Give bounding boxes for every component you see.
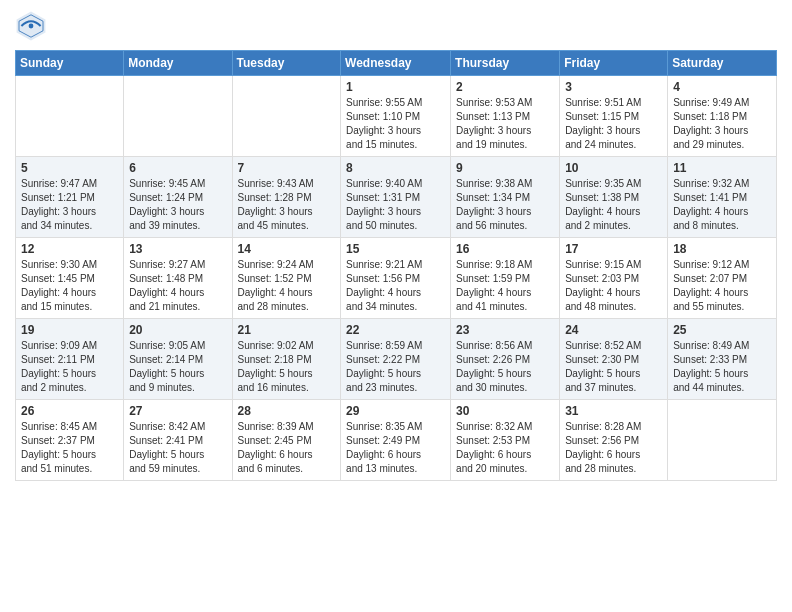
day-number: 13 (129, 242, 226, 256)
day-cell: 30Sunrise: 8:32 AM Sunset: 2:53 PM Dayli… (451, 400, 560, 481)
day-cell: 1Sunrise: 9:55 AM Sunset: 1:10 PM Daylig… (341, 76, 451, 157)
svg-point-2 (29, 24, 34, 29)
day-number: 16 (456, 242, 554, 256)
header-wednesday: Wednesday (341, 51, 451, 76)
day-cell: 26Sunrise: 8:45 AM Sunset: 2:37 PM Dayli… (16, 400, 124, 481)
header-sunday: Sunday (16, 51, 124, 76)
day-info: Sunrise: 8:49 AM Sunset: 2:33 PM Dayligh… (673, 339, 771, 395)
header (15, 10, 777, 42)
day-info: Sunrise: 9:38 AM Sunset: 1:34 PM Dayligh… (456, 177, 554, 233)
day-cell: 2Sunrise: 9:53 AM Sunset: 1:13 PM Daylig… (451, 76, 560, 157)
day-cell: 6Sunrise: 9:45 AM Sunset: 1:24 PM Daylig… (124, 157, 232, 238)
day-info: Sunrise: 9:53 AM Sunset: 1:13 PM Dayligh… (456, 96, 554, 152)
day-number: 3 (565, 80, 662, 94)
day-number: 28 (238, 404, 336, 418)
day-cell: 4Sunrise: 9:49 AM Sunset: 1:18 PM Daylig… (668, 76, 777, 157)
day-info: Sunrise: 9:30 AM Sunset: 1:45 PM Dayligh… (21, 258, 118, 314)
day-info: Sunrise: 9:43 AM Sunset: 1:28 PM Dayligh… (238, 177, 336, 233)
day-cell (668, 400, 777, 481)
day-number: 23 (456, 323, 554, 337)
day-number: 19 (21, 323, 118, 337)
day-number: 12 (21, 242, 118, 256)
day-number: 6 (129, 161, 226, 175)
day-number: 15 (346, 242, 445, 256)
day-cell: 19Sunrise: 9:09 AM Sunset: 2:11 PM Dayli… (16, 319, 124, 400)
day-cell: 29Sunrise: 8:35 AM Sunset: 2:49 PM Dayli… (341, 400, 451, 481)
day-cell: 22Sunrise: 8:59 AM Sunset: 2:22 PM Dayli… (341, 319, 451, 400)
day-number: 17 (565, 242, 662, 256)
day-cell: 31Sunrise: 8:28 AM Sunset: 2:56 PM Dayli… (560, 400, 668, 481)
day-info: Sunrise: 9:21 AM Sunset: 1:56 PM Dayligh… (346, 258, 445, 314)
day-number: 1 (346, 80, 445, 94)
day-cell: 24Sunrise: 8:52 AM Sunset: 2:30 PM Dayli… (560, 319, 668, 400)
day-number: 8 (346, 161, 445, 175)
week-row-3: 12Sunrise: 9:30 AM Sunset: 1:45 PM Dayli… (16, 238, 777, 319)
day-number: 27 (129, 404, 226, 418)
calendar-header-row: SundayMondayTuesdayWednesdayThursdayFrid… (16, 51, 777, 76)
week-row-4: 19Sunrise: 9:09 AM Sunset: 2:11 PM Dayli… (16, 319, 777, 400)
day-number: 30 (456, 404, 554, 418)
day-number: 26 (21, 404, 118, 418)
day-number: 2 (456, 80, 554, 94)
day-number: 29 (346, 404, 445, 418)
day-info: Sunrise: 9:35 AM Sunset: 1:38 PM Dayligh… (565, 177, 662, 233)
day-info: Sunrise: 9:27 AM Sunset: 1:48 PM Dayligh… (129, 258, 226, 314)
day-cell: 12Sunrise: 9:30 AM Sunset: 1:45 PM Dayli… (16, 238, 124, 319)
day-info: Sunrise: 9:12 AM Sunset: 2:07 PM Dayligh… (673, 258, 771, 314)
day-number: 21 (238, 323, 336, 337)
day-number: 20 (129, 323, 226, 337)
day-info: Sunrise: 9:09 AM Sunset: 2:11 PM Dayligh… (21, 339, 118, 395)
day-number: 24 (565, 323, 662, 337)
page: SundayMondayTuesdayWednesdayThursdayFrid… (0, 0, 792, 612)
week-row-2: 5Sunrise: 9:47 AM Sunset: 1:21 PM Daylig… (16, 157, 777, 238)
day-cell: 3Sunrise: 9:51 AM Sunset: 1:15 PM Daylig… (560, 76, 668, 157)
day-info: Sunrise: 9:55 AM Sunset: 1:10 PM Dayligh… (346, 96, 445, 152)
day-info: Sunrise: 9:40 AM Sunset: 1:31 PM Dayligh… (346, 177, 445, 233)
day-info: Sunrise: 8:39 AM Sunset: 2:45 PM Dayligh… (238, 420, 336, 476)
day-cell (124, 76, 232, 157)
day-info: Sunrise: 9:24 AM Sunset: 1:52 PM Dayligh… (238, 258, 336, 314)
day-cell: 8Sunrise: 9:40 AM Sunset: 1:31 PM Daylig… (341, 157, 451, 238)
logo-icon (15, 10, 47, 42)
day-number: 11 (673, 161, 771, 175)
day-cell: 17Sunrise: 9:15 AM Sunset: 2:03 PM Dayli… (560, 238, 668, 319)
day-info: Sunrise: 9:15 AM Sunset: 2:03 PM Dayligh… (565, 258, 662, 314)
day-info: Sunrise: 8:28 AM Sunset: 2:56 PM Dayligh… (565, 420, 662, 476)
day-number: 25 (673, 323, 771, 337)
day-cell: 9Sunrise: 9:38 AM Sunset: 1:34 PM Daylig… (451, 157, 560, 238)
day-info: Sunrise: 8:52 AM Sunset: 2:30 PM Dayligh… (565, 339, 662, 395)
week-row-1: 1Sunrise: 9:55 AM Sunset: 1:10 PM Daylig… (16, 76, 777, 157)
day-number: 14 (238, 242, 336, 256)
day-cell: 14Sunrise: 9:24 AM Sunset: 1:52 PM Dayli… (232, 238, 341, 319)
day-cell: 10Sunrise: 9:35 AM Sunset: 1:38 PM Dayli… (560, 157, 668, 238)
day-info: Sunrise: 9:51 AM Sunset: 1:15 PM Dayligh… (565, 96, 662, 152)
day-cell: 23Sunrise: 8:56 AM Sunset: 2:26 PM Dayli… (451, 319, 560, 400)
header-friday: Friday (560, 51, 668, 76)
calendar-table: SundayMondayTuesdayWednesdayThursdayFrid… (15, 50, 777, 481)
day-info: Sunrise: 8:35 AM Sunset: 2:49 PM Dayligh… (346, 420, 445, 476)
header-tuesday: Tuesday (232, 51, 341, 76)
header-saturday: Saturday (668, 51, 777, 76)
day-cell: 21Sunrise: 9:02 AM Sunset: 2:18 PM Dayli… (232, 319, 341, 400)
header-thursday: Thursday (451, 51, 560, 76)
day-number: 7 (238, 161, 336, 175)
day-cell (16, 76, 124, 157)
day-number: 10 (565, 161, 662, 175)
day-number: 4 (673, 80, 771, 94)
day-cell: 7Sunrise: 9:43 AM Sunset: 1:28 PM Daylig… (232, 157, 341, 238)
day-info: Sunrise: 8:45 AM Sunset: 2:37 PM Dayligh… (21, 420, 118, 476)
day-info: Sunrise: 9:47 AM Sunset: 1:21 PM Dayligh… (21, 177, 118, 233)
day-cell: 28Sunrise: 8:39 AM Sunset: 2:45 PM Dayli… (232, 400, 341, 481)
day-cell: 18Sunrise: 9:12 AM Sunset: 2:07 PM Dayli… (668, 238, 777, 319)
day-cell: 20Sunrise: 9:05 AM Sunset: 2:14 PM Dayli… (124, 319, 232, 400)
day-info: Sunrise: 8:56 AM Sunset: 2:26 PM Dayligh… (456, 339, 554, 395)
logo (15, 10, 51, 42)
day-cell: 15Sunrise: 9:21 AM Sunset: 1:56 PM Dayli… (341, 238, 451, 319)
day-cell: 13Sunrise: 9:27 AM Sunset: 1:48 PM Dayli… (124, 238, 232, 319)
week-row-5: 26Sunrise: 8:45 AM Sunset: 2:37 PM Dayli… (16, 400, 777, 481)
day-number: 31 (565, 404, 662, 418)
day-cell: 5Sunrise: 9:47 AM Sunset: 1:21 PM Daylig… (16, 157, 124, 238)
header-monday: Monday (124, 51, 232, 76)
day-info: Sunrise: 9:18 AM Sunset: 1:59 PM Dayligh… (456, 258, 554, 314)
day-info: Sunrise: 9:49 AM Sunset: 1:18 PM Dayligh… (673, 96, 771, 152)
